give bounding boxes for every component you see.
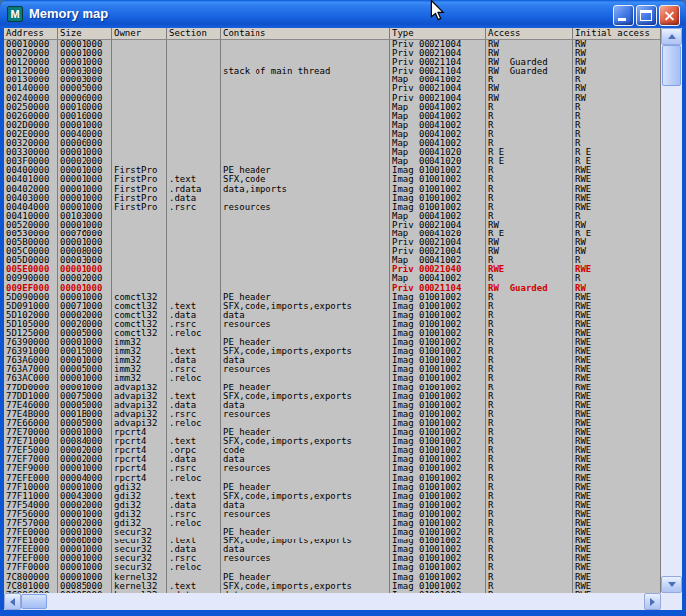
vertical-scrollbar-thumb[interactable] (662, 45, 681, 86)
cell-address: 77E70000 (4, 428, 58, 437)
column-header-address[interactable]: Address (4, 28, 58, 39)
table-row[interactable]: 0033000000001000Map 00041020R ER E (4, 148, 661, 157)
table-row[interactable]: 002E000000040000Map 00041002RR (4, 130, 661, 139)
table-row[interactable]: 77FE000000001000secur32PE headerImag 010… (4, 528, 661, 537)
table-row[interactable]: 0013000000003000Map 00041002RR (4, 76, 661, 84)
table-row[interactable]: 77EF900000001000rpcrt4.rsrcresourcesImag… (4, 464, 661, 473)
table-row[interactable]: 0032000000006000Map 00041002RR (4, 139, 661, 148)
cell-initial: RWE (573, 474, 661, 483)
table-row[interactable]: 0014000000005000Priv 00021004RWRW (4, 84, 661, 93)
table-row[interactable]: 5D12500000005000comctl32.relocImag 01001… (4, 329, 661, 338)
column-header-type[interactable]: Type (390, 28, 486, 39)
table-row[interactable]: 7639000000001000imm32PE headerImag 01001… (4, 338, 661, 347)
table-row[interactable]: 77EF700000002000rpcrt4.datadataImag 0100… (4, 455, 661, 464)
cell-type: Imag 01001002 (390, 194, 486, 203)
horizontal-scrollbar-thumb[interactable] (21, 594, 47, 609)
cell-initial: R (573, 274, 661, 283)
table-row[interactable]: 0040200000001000FirstPro.rdatadata,impor… (4, 185, 661, 194)
table-row[interactable]: 7C80100000085000kernel32.textSFX,code,im… (4, 582, 661, 591)
table-row[interactable]: 0040400000001000FirstPro.rsrcresourcesIm… (4, 203, 661, 212)
cell-address: 00320000 (4, 139, 58, 148)
table-row[interactable]: 005E000000001000Priv 00021040RWERWE (4, 265, 661, 274)
cell-size: 00001000 (58, 374, 112, 383)
table-row[interactable]: 0040300000001000FirstPro.dataImag 010010… (4, 194, 661, 203)
table-row[interactable]: 77E6600000005000advapi32.relocImag 01001… (4, 419, 661, 428)
cell-owner: FirstPro (112, 185, 167, 194)
cell-section: .reloc (167, 419, 221, 428)
table-row[interactable]: 0002000000001000Priv 00021004RWRW (4, 49, 661, 58)
cell-size: 00001000 (58, 58, 112, 67)
table-row[interactable]: 0053000000076000Map 00041020R ER E (4, 230, 661, 238)
table-row[interactable]: 0041000000103000Map 00041002RR (4, 212, 661, 221)
table-row[interactable]: 005B000000001000Priv 00021004RWRW (4, 238, 661, 247)
cell-address: 77EF9000 (4, 464, 58, 473)
cell-access: R (486, 501, 573, 510)
table-row[interactable]: 5D10200000002000comctl32.datadataImag 01… (4, 311, 661, 320)
cell-type: Imag 01001002 (390, 464, 486, 473)
table-row[interactable]: 77F1000000001000gdi32PE headerImag 01001… (4, 483, 661, 492)
cell-contains (221, 247, 390, 256)
column-header-owner[interactable]: Owner (112, 28, 167, 39)
table-row[interactable]: 77FF000000001000secur32.relocImag 010010… (4, 563, 661, 572)
vertical-scrollbar[interactable] (661, 28, 682, 593)
table-row[interactable]: 0001000000001000Priv 00021004RWRW (4, 40, 661, 49)
table-row[interactable]: 0012D00000003000stack of main threadPriv… (4, 67, 661, 76)
table-row[interactable]: 77F1100000043000gdi32.textSFX,code,impor… (4, 492, 661, 501)
table-row[interactable]: 0040000000001000FirstProPE headerImag 01… (4, 166, 661, 175)
table-row[interactable]: 77EFE00000004000rpcrt4.relocImag 0100100… (4, 474, 661, 483)
table-row[interactable]: 763A700000005000imm32.rsrcresourcesImag … (4, 365, 661, 374)
table-row[interactable]: 005C000000008000Priv 00021004RWRW (4, 247, 661, 256)
cell-initial: R (573, 212, 661, 221)
table-row[interactable]: 77FE10000000D000secur32.textSFX,code,imp… (4, 537, 661, 545)
table-row[interactable]: 77F5600000001000gdi32.rsrcresourcesImag … (4, 510, 661, 519)
scroll-left-button[interactable] (4, 593, 21, 610)
column-header-contains[interactable]: Contains (221, 28, 390, 39)
window-icon[interactable]: M (7, 6, 23, 22)
table-row[interactable]: 5D09100000071000comctl32.textSFX,code,im… (4, 302, 661, 311)
table-row[interactable]: 0026000000016000Map 00041002RR (4, 112, 661, 121)
scroll-right-button[interactable] (644, 593, 661, 610)
table-row[interactable]: 77FEE00000001000secur32.datadataImag 010… (4, 545, 661, 554)
table-row[interactable]: 77E4B0000001B000advapi32.rsrcresourcesIm… (4, 410, 661, 419)
table-row[interactable]: 763AC00000001000imm32.relocImag 01001002… (4, 374, 661, 383)
table-row[interactable]: 77F5400000002000gdi32.datadataImag 01001… (4, 501, 661, 510)
table-row[interactable]: 5D10500000020000comctl32.rsrcresourcesIm… (4, 320, 661, 329)
minimize-button[interactable] (613, 5, 634, 26)
table-row[interactable]: 003F000000002000Map 00041020R ER E (4, 157, 661, 166)
table-row[interactable]: 5D09000000001000comctl32PE headerImag 01… (4, 293, 661, 302)
table-row[interactable]: 005D000000003000Map 00041002RR (4, 256, 661, 265)
horizontal-scrollbar[interactable] (4, 593, 661, 610)
cell-address: 00530000 (4, 230, 58, 238)
table-row[interactable]: 77E4600000005000advapi32.datadataImag 01… (4, 401, 661, 410)
titlebar[interactable]: M Memory map (0, 0, 686, 28)
table-row[interactable]: 0052000000001000Priv 00021004RWRW (4, 221, 661, 230)
table-row[interactable]: 0025000000010000Map 00041002RR (4, 103, 661, 112)
scroll-up-button[interactable] (661, 28, 682, 45)
cell-address: 005D0000 (4, 256, 58, 265)
column-header-section[interactable]: Section (167, 28, 221, 39)
table-row[interactable]: 77DD000000001000advapi32PE headerImag 01… (4, 384, 661, 392)
cell-access: R (486, 537, 573, 545)
table-row[interactable]: 7639100000015000imm32.textSFX,code,impor… (4, 347, 661, 356)
table-row[interactable]: 77E7000000001000rpcrt4PE headerImag 0100… (4, 428, 661, 437)
column-header-initial-access[interactable]: Initial access (573, 28, 661, 39)
table-row[interactable]: 0012000000001000Priv 00021104RW GuardedR… (4, 58, 661, 67)
table-row[interactable]: 002D000000001000Map 00041002RR (4, 121, 661, 130)
table-row[interactable]: 0040100000001000FirstPro.textSFX,codeIma… (4, 175, 661, 184)
table-row[interactable]: 0024000000006000Priv 00021004RWRW (4, 94, 661, 103)
table-row[interactable]: 009EF00000001000Priv 00021104RW GuardedR… (4, 284, 661, 293)
scroll-down-button[interactable] (661, 576, 682, 593)
table-row[interactable]: 77EF500000002000rpcrt4.orpccodeImag 0100… (4, 446, 661, 455)
table-row[interactable]: 77FEF00000001000secur32.rsrcresourcesIma… (4, 554, 661, 563)
close-button[interactable] (659, 5, 680, 26)
table-row[interactable]: 77DD100000075000advapi32.textSFX,code,im… (4, 392, 661, 401)
table-row[interactable]: 77F5700000002000gdi32.relocImag 01001002… (4, 519, 661, 528)
table-row[interactable]: 7C80000000001000kernel32PE headerImag 01… (4, 573, 661, 582)
table-row[interactable]: 0099000000002000Map 00041002RR (4, 274, 661, 283)
maximize-button[interactable] (636, 5, 657, 26)
column-header-access[interactable]: Access (486, 28, 573, 39)
column-header-size[interactable]: Size (58, 28, 112, 39)
table-row[interactable]: 763A600000001000imm32.datadataImag 01001… (4, 356, 661, 365)
table-row[interactable]: 77E7100000084000rpcrt4.textSFX,code,impo… (4, 437, 661, 446)
cell-initial: RWE (573, 265, 661, 274)
